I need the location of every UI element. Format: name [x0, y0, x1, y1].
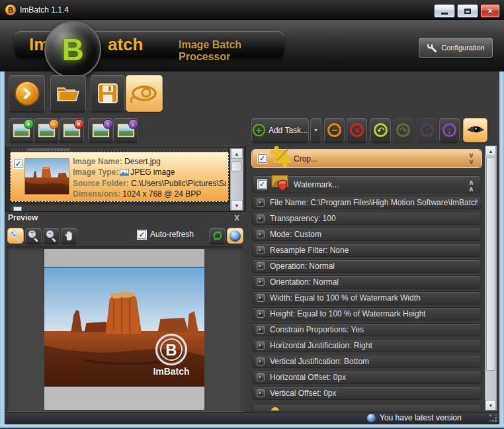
- eye-icon: [130, 83, 159, 103]
- property-row-file-name[interactable]: File Name: C:\Program Files\High Motion …: [252, 196, 482, 209]
- property-row-vertical-justification[interactable]: Vertical Justification: Bottom: [252, 355, 482, 368]
- preview-toggle-button[interactable]: [126, 75, 163, 112]
- property-row-vertical-offset[interactable]: Vertical Offset: 0px: [252, 387, 482, 400]
- wrench-icon: [427, 42, 437, 53]
- update-status: You have latest version: [367, 413, 462, 422]
- crop-icon: [270, 146, 291, 171]
- image-list-item-selected[interactable]: ✓ Image Name: Desert.jpg: [10, 152, 229, 202]
- preview-page: B ImBatch: [44, 249, 204, 410]
- close-icon: ×: [487, 6, 493, 16]
- redo-button[interactable]: ↷: [393, 118, 413, 142]
- zoom-fit-button[interactable]: ⤡: [7, 228, 24, 244]
- task-preview-toggle[interactable]: [463, 118, 487, 142]
- blue-orb-icon: [230, 230, 241, 242]
- move-task-up-button[interactable]: ↑: [417, 118, 437, 142]
- resize-grip[interactable]: [489, 414, 497, 422]
- scroll-down-button[interactable]: ▼: [485, 400, 496, 410]
- remove-task-button[interactable]: −: [324, 118, 345, 142]
- pan-button[interactable]: [61, 228, 77, 244]
- expand-task-icon[interactable]: ∨∨: [468, 152, 474, 165]
- zoom-in-icon: +: [28, 230, 39, 241]
- scrollbar-thumb[interactable]: [231, 162, 242, 171]
- property-eye-icon: [257, 358, 265, 365]
- app-logo: Im B atch Image Batch Processor: [15, 31, 284, 58]
- property-eye-icon: [257, 230, 265, 238]
- scroll-up-button[interactable]: ▲: [231, 148, 243, 159]
- move-task-down-button[interactable]: ↓: [439, 118, 460, 142]
- configuration-button[interactable]: Configuration: [419, 38, 493, 58]
- minimize-button[interactable]: [434, 4, 455, 18]
- add-image-icon: +: [13, 124, 30, 137]
- task-list-scrollbar[interactable]: ▲ ▼: [485, 146, 497, 410]
- property-row-orientation[interactable]: Orientation: Normal: [252, 275, 482, 289]
- image-checkbox[interactable]: ✓: [14, 160, 22, 168]
- preview-mode-button[interactable]: [227, 228, 243, 244]
- zoom-in-button[interactable]: +: [25, 228, 42, 244]
- auto-refresh-checkbox[interactable]: ✓: [138, 230, 146, 239]
- save-button[interactable]: [91, 75, 125, 112]
- property-eye-icon: [257, 215, 265, 222]
- eye-icon: [466, 124, 485, 136]
- task-row-watermark[interactable]: ✓ Watermark... ∧∧: [252, 175, 482, 193]
- property-row-constrain-proportions[interactable]: Constrain Proportions: Yes: [252, 323, 482, 336]
- property-row-horizontal-offset[interactable]: Horizontal Offset: 0px: [252, 371, 482, 384]
- image-list: ✓ Image Name: Desert.jpg: [5, 146, 246, 212]
- preview-close-button[interactable]: x: [234, 212, 239, 222]
- minimize-icon: [441, 13, 448, 15]
- folder-icon: [56, 84, 80, 103]
- property-row-operation[interactable]: Operation: Normal: [252, 260, 482, 273]
- auto-refresh-label: Auto-refresh: [150, 230, 194, 239]
- save-icon: [97, 83, 118, 104]
- property-eye-icon: [257, 373, 265, 381]
- preview-canvas[interactable]: B ImBatch: [7, 246, 243, 412]
- list-item-partial-top[interactable]: [10, 148, 228, 151]
- image-list-scrollbar[interactable]: ▲ ▼: [230, 148, 243, 211]
- add-task-dropdown[interactable]: ▼: [310, 118, 321, 142]
- move-task-down-icon: ↓: [442, 123, 456, 137]
- collapse-task-icon[interactable]: ∧∧: [468, 179, 474, 192]
- logo-tagline: Image Batch Processor: [179, 39, 284, 63]
- close-button[interactable]: ×: [480, 4, 500, 18]
- app-icon: B: [5, 5, 16, 15]
- property-eye-icon: [257, 310, 265, 318]
- list-item-partial-bottom[interactable]: [10, 205, 229, 211]
- task-checkbox[interactable]: ✓: [258, 180, 267, 189]
- add-task-button[interactable]: + Add Task...: [251, 118, 309, 142]
- clear-images-button[interactable]: ×: [59, 118, 84, 142]
- add-images-button[interactable]: +: [9, 118, 34, 142]
- task-checkbox[interactable]: ✓: [258, 154, 267, 163]
- run-tasks-button[interactable]: [9, 75, 45, 112]
- property-row-width[interactable]: Width: Equal to 100 % of Watermark Width: [252, 291, 482, 305]
- task-row-crop[interactable]: ✓ Crop... ∨∨: [252, 150, 482, 167]
- scroll-up-button[interactable]: ▲: [485, 146, 496, 156]
- undo-icon: ↶: [374, 123, 388, 137]
- property-row-resample-filter[interactable]: Resample Filter: None: [252, 244, 482, 257]
- clear-tasks-icon: ×: [350, 123, 364, 137]
- clear-tasks-button[interactable]: ×: [347, 118, 367, 142]
- move-image-down-button[interactable]: ↓: [113, 118, 138, 142]
- header-banner: Im B atch Image Batch Processor Configur…: [0, 20, 504, 72]
- open-button[interactable]: [50, 75, 86, 112]
- scroll-down-button[interactable]: ▼: [231, 200, 243, 211]
- undo-button[interactable]: ↶: [370, 118, 391, 142]
- property-eye-icon: [257, 326, 265, 334]
- task-label: Crop...: [294, 154, 317, 164]
- window-frame-right: [499, 72, 504, 429]
- property-row-transparency[interactable]: Transparency: 100: [252, 212, 482, 225]
- move-task-up-icon: ↑: [420, 123, 434, 137]
- maximize-button[interactable]: [457, 4, 478, 18]
- property-row-mode[interactable]: Mode: Custom: [252, 228, 482, 241]
- remove-image-button[interactable]: −: [34, 118, 59, 142]
- remove-image-icon: −: [38, 124, 55, 137]
- refresh-preview-button[interactable]: [209, 228, 226, 244]
- configuration-label: Configuration: [441, 44, 484, 52]
- task-row-partial[interactable]: [252, 404, 482, 410]
- move-image-up-button[interactable]: ↑: [88, 118, 113, 142]
- property-row-horizontal-justification[interactable]: Horizontal Justification: Right: [252, 339, 482, 352]
- scrollbar-thumb[interactable]: [486, 158, 495, 371]
- zoom-out-button[interactable]: −: [43, 228, 60, 244]
- add-task-label: Add Task...: [269, 126, 308, 135]
- property-eye-icon: [257, 278, 265, 286]
- property-row-height[interactable]: Height: Equal to 100 % of Watermark Heig…: [252, 307, 482, 320]
- task-properties: File Name: C:\Program Files\High Motion …: [252, 196, 482, 400]
